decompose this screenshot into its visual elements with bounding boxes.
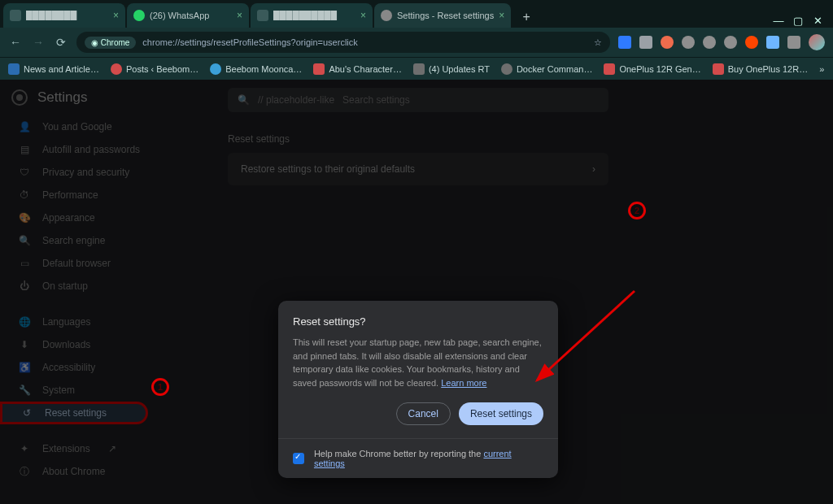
bookmark-item[interactable]: News and Article… xyxy=(8,63,99,75)
bookmark-label: News and Article… xyxy=(24,64,99,74)
footer-text: Help make Chrome better by reporting the… xyxy=(314,449,543,468)
annotation-number: 2 xyxy=(635,206,639,215)
star-icon[interactable]: ☆ xyxy=(594,37,602,48)
bookmark-label: Posts ‹ Beebom… xyxy=(126,64,198,74)
site-chip[interactable]: ◉ Chrome xyxy=(85,37,136,49)
reset-settings-dialog: Reset settings? This will reset your sta… xyxy=(278,301,558,478)
ext-icon[interactable] xyxy=(618,36,631,49)
tab-title: ████████ xyxy=(26,11,108,20)
content-area: Settings 👤You and Google ▤Autofill and p… xyxy=(0,80,833,504)
annotation-circle-1: 1 xyxy=(151,378,169,396)
bookmark-label: Buy OnePlus 12R… xyxy=(728,64,808,74)
profile-avatar[interactable] xyxy=(809,34,825,50)
ext-icon[interactable] xyxy=(766,36,779,49)
close-icon[interactable]: × xyxy=(113,10,119,21)
tab-strip: ████████ × (26) WhatsApp × ██████████ × … xyxy=(0,0,833,28)
tab-title: ██████████ xyxy=(273,11,355,20)
favicon xyxy=(10,10,21,21)
annotation-number: 1 xyxy=(158,382,163,392)
bookmark-item[interactable]: Docker Comman… xyxy=(501,63,593,75)
bookmark-item[interactable]: Posts ‹ Beebom… xyxy=(111,63,198,75)
browser-tab[interactable]: ██████████ × xyxy=(251,3,373,28)
dialog-title: Reset settings? xyxy=(293,315,543,328)
dialog-body: This will reset your startup page, new t… xyxy=(293,336,543,389)
bookmark-item[interactable]: OnePlus 12R Gen… xyxy=(604,63,700,75)
ext-icon[interactable] xyxy=(682,36,695,49)
bookmark-item[interactable]: Buy OnePlus 12R… xyxy=(713,63,808,75)
back-button[interactable]: ← xyxy=(8,36,23,49)
bookmark-label: OnePlus 12R Gen… xyxy=(619,64,700,74)
address-bar[interactable]: ◉ Chrome chrome://settings/resetProfileS… xyxy=(76,32,610,53)
ext-icon[interactable] xyxy=(787,36,800,49)
bookmark-label: (4) Updates RT xyxy=(429,64,490,74)
window-minimize[interactable]: — xyxy=(771,13,786,28)
close-icon[interactable]: × xyxy=(360,10,366,21)
window-maximize[interactable]: ▢ xyxy=(791,13,805,28)
toolbar: ← → ⟳ ◉ Chrome chrome://settings/resetPr… xyxy=(0,28,833,57)
window-close[interactable]: ✕ xyxy=(810,13,825,28)
browser-tab[interactable]: ████████ × xyxy=(3,3,125,28)
ext-icon[interactable] xyxy=(745,36,758,49)
reset-settings-button[interactable]: Reset settings xyxy=(459,402,543,425)
new-tab-button[interactable]: + xyxy=(516,7,537,28)
learn-more-link[interactable]: Learn more xyxy=(441,378,486,388)
extension-icons xyxy=(618,36,800,49)
tab-title: Settings - Reset settings xyxy=(397,11,494,20)
favicon xyxy=(381,10,392,21)
bookmark-label: Abu's Character… xyxy=(329,64,402,74)
bookmark-item[interactable]: Beebom Moonca… xyxy=(210,63,302,75)
close-icon[interactable]: × xyxy=(499,10,504,21)
report-checkbox[interactable] xyxy=(293,453,304,464)
reload-button[interactable]: ⟳ xyxy=(54,36,68,49)
bookmarks-overflow[interactable]: » xyxy=(819,64,824,74)
bookmarks-bar: News and Article… Posts ‹ Beebom… Beebom… xyxy=(0,57,833,80)
tab-title: (26) WhatsApp xyxy=(150,11,232,20)
ext-icon[interactable] xyxy=(703,36,716,49)
browser-tab[interactable]: (26) WhatsApp × xyxy=(127,3,249,28)
annotation-circle-2: 2 xyxy=(628,202,646,219)
ext-icon[interactable] xyxy=(724,36,737,49)
bookmark-label: Docker Comman… xyxy=(517,64,593,74)
url-text: chrome://settings/resetProfileSettings?o… xyxy=(142,37,587,47)
favicon xyxy=(257,10,268,21)
browser-tab-active[interactable]: Settings - Reset settings × xyxy=(374,3,511,28)
bookmark-item[interactable]: (4) Updates RT xyxy=(413,63,490,75)
close-icon[interactable]: × xyxy=(237,10,242,21)
bookmark-label: Beebom Moonca… xyxy=(225,64,302,74)
dialog-footer: Help make Chrome better by reporting the… xyxy=(278,438,558,478)
bookmark-item[interactable]: Abu's Character… xyxy=(313,63,402,75)
ext-icon[interactable] xyxy=(639,36,652,49)
forward-button[interactable]: → xyxy=(31,36,46,49)
ext-icon[interactable] xyxy=(661,36,674,49)
favicon xyxy=(133,10,145,21)
cancel-button[interactable]: Cancel xyxy=(396,402,451,425)
